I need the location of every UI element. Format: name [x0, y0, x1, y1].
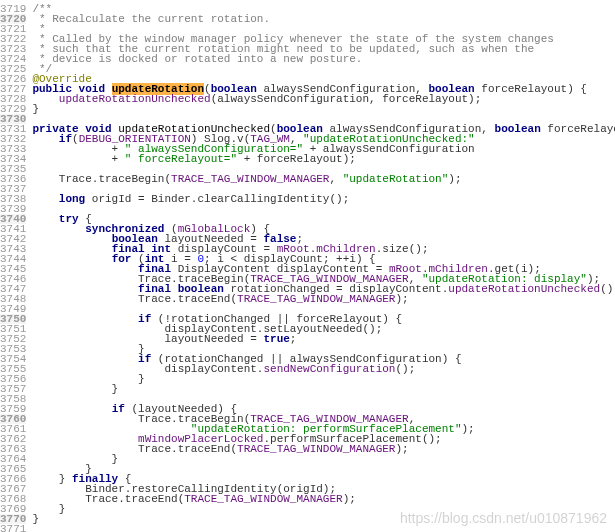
code-line — [32, 204, 615, 214]
watermark-text: https://blog.csdn.net/u010871962 — [400, 510, 607, 526]
code-token: , — [329, 173, 342, 185]
code-token: } — [32, 383, 118, 395]
code-line: * device is docked or rotated into a new… — [32, 54, 615, 64]
code-token: .size(); — [376, 243, 429, 255]
code-token: ); — [343, 493, 356, 505]
code-token: sendNewConfiguration — [263, 363, 395, 375]
code-line: } — [32, 374, 615, 384]
line-number: 3771 — [0, 524, 26, 532]
code-token: true — [263, 333, 289, 345]
code-token: (alwaysSendConfiguration, forceRelayout)… — [211, 93, 482, 105]
code-token: } — [32, 103, 39, 115]
code-token: "updateRotation" — [343, 173, 449, 185]
code-editor: 3719372037213722372337243725372637273728… — [0, 0, 615, 532]
code-token: * Recalculate the current rotation. — [32, 13, 270, 25]
code-line: Trace.traceBegin(TRACE_TAG_WINDOW_MANAGE… — [32, 174, 615, 184]
code-token: updateRotationUnchecked — [448, 283, 600, 295]
code-token: Trace.traceEnd( — [32, 293, 237, 305]
code-token: TRACE_TAG_WINDOW_MANAGER — [171, 173, 329, 185]
code-token: " forceRelayout=" — [125, 153, 237, 165]
code-line: * Recalculate the current rotation. — [32, 14, 615, 24]
code-token: TRACE_TAG_WINDOW_MANAGER — [237, 443, 395, 455]
code-token: (); — [395, 363, 415, 375]
code-token: TRACE_TAG_WINDOW_MANAGER — [237, 293, 395, 305]
code-token: updateRotationUnchecked — [59, 93, 211, 105]
code-token: + — [32, 153, 124, 165]
code-line: long origId = Binder.clearCallingIdentit… — [32, 194, 615, 204]
code-token: * device is docked or rotated into a new… — [32, 53, 362, 65]
code-token: ); — [395, 293, 408, 305]
code-line: Trace.traceEnd(TRACE_TAG_WINDOW_MANAGER)… — [32, 494, 615, 504]
code-token: origId = Binder.clearCallingIdentity(); — [85, 193, 349, 205]
code-token: long — [59, 193, 85, 205]
code-line: } — [32, 104, 615, 114]
code-token: (); — [600, 283, 615, 295]
code-line: */ — [32, 64, 615, 74]
code-token: TRACE_TAG_WINDOW_MANAGER — [184, 493, 342, 505]
code-line: } — [32, 454, 615, 464]
code-token: Trace.traceBegin( — [32, 173, 171, 185]
code-line: } — [32, 384, 615, 394]
code-token: } — [32, 513, 39, 525]
code-line: updateRotationUnchecked(alwaysSendConfig… — [32, 94, 615, 104]
line-number-gutter: 3719372037213722372337243725372637273728… — [0, 4, 32, 532]
code-token: ); — [462, 423, 475, 435]
code-line: + " forceRelayout=" + forceRelayout); — [32, 154, 615, 164]
code-token: forceRelayout) { — [541, 123, 615, 135]
code-token: ; — [290, 333, 297, 345]
code-token: boolean — [495, 123, 541, 135]
code-token: ); — [448, 173, 461, 185]
code-token: forceRelayout) { — [475, 83, 587, 95]
code-token — [32, 193, 58, 205]
code-token: + forceRelayout); — [237, 153, 356, 165]
code-token: ); — [395, 443, 408, 455]
code-line: Trace.traceEnd(TRACE_TAG_WINDOW_MANAGER)… — [32, 294, 615, 304]
code-line: Trace.traceEnd(TRACE_TAG_WINDOW_MANAGER)… — [32, 444, 615, 454]
code-area: /** * Recalculate the current rotation. … — [32, 4, 615, 532]
